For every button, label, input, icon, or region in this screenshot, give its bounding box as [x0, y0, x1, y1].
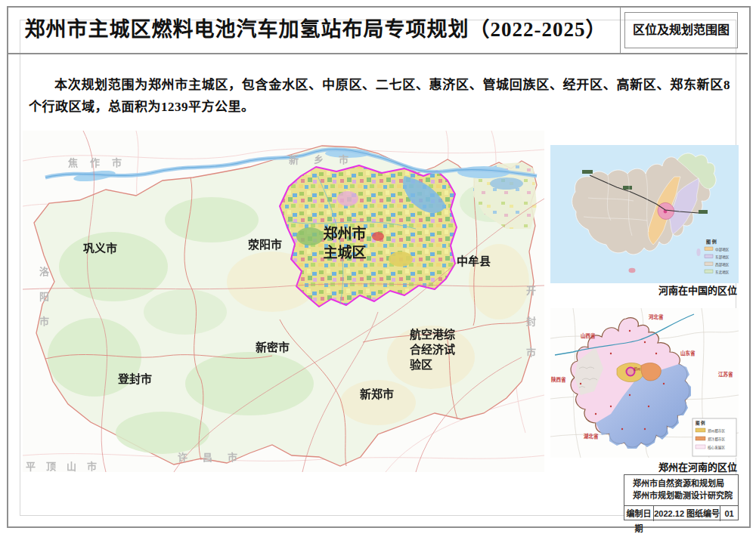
airport-zone-line2: 合经济试	[410, 342, 455, 357]
henan-legend-item: 郑汴都市区	[708, 437, 725, 442]
label-hebei: 河北省	[649, 313, 664, 320]
map-label-airport-zone: 航空港综 合经济试 验区	[410, 327, 455, 372]
map-label-jiaozuo: 焦作市	[68, 155, 134, 169]
map-label-xinzheng: 新郑市	[360, 385, 394, 401]
label-hubei: 湖北省	[584, 433, 599, 440]
title-block: 郑州市自然资源和规划局 郑州市规划勘测设计研究院 编制日期 2022.12 图纸…	[624, 474, 739, 520]
plan-scope-paragraph: 本次规划范围为郑州市主城区，包含金水区、中原区、二七区、惠济区、管城回族区、经开…	[29, 74, 730, 118]
date-value: 2022.12	[654, 509, 684, 518]
page-title: 郑州市主城区燃料电池汽车加氢站布局专项规划（2022-2025）	[23, 8, 609, 51]
airport-zone-line3: 验区	[410, 357, 455, 372]
taiwan-island	[696, 248, 700, 256]
map-label-gongyi: 巩义市	[83, 239, 117, 255]
label-shaanxi: 陕西省	[551, 376, 566, 383]
china-legend-item: 东部地区	[715, 255, 730, 260]
zhengbian-area	[641, 363, 661, 381]
urban-label-line2: 主城区	[314, 243, 376, 262]
date-label: 编制日期	[624, 506, 654, 521]
map-label-xingyang: 荥阳市	[248, 236, 282, 252]
lake	[490, 177, 523, 190]
main-map: 焦作市 新乡市 开封市 洛阳市 许昌市 平顶山市 巩义市 荥阳市 中牟县 新密市…	[23, 131, 544, 472]
route-label-box	[623, 186, 632, 190]
map-label-dengfeng: 登封市	[118, 370, 152, 386]
map-label-main-urban-area: 郑州市 主城区	[314, 224, 376, 262]
china-inset-caption: 河南在中国的区位	[550, 282, 737, 297]
henan-legend-item: 郑州都市区	[708, 428, 725, 434]
map-label-zhongmou: 中牟县	[457, 252, 491, 268]
china-inset-map: 图 例 中部地区 东部地区 西部地区 东北地区	[550, 145, 739, 283]
map-label-xinmi: 新密市	[256, 338, 290, 354]
title-block-meta: 编制日期 2022.12 图纸编号 01	[624, 506, 738, 521]
route-label-box	[699, 210, 708, 214]
henan-legend-item: 核心发展区	[708, 445, 725, 450]
hainan-island	[629, 268, 636, 273]
map-label-xuchang: 许昌市	[178, 449, 253, 464]
map-label-luoyang: 洛阳市	[36, 267, 51, 341]
route-label-box	[582, 170, 593, 174]
urban-label-line1: 郑州市	[314, 224, 376, 243]
org-name-1: 郑州市自然资源和规划局	[633, 477, 738, 489]
title-block-orgs: 郑州市自然资源和规划局 郑州市规划勘测设计研究院	[624, 475, 738, 506]
china-legend-item: 西部地区	[715, 262, 730, 267]
china-legend-item: 东北地区	[715, 270, 730, 275]
china-legend-item: 中部地区	[715, 247, 730, 252]
henan-inset-map: 郑州 河北省 山西省 山东省 江苏省 安徽省 湖北省 陕西省 图 例 郑州都市区…	[550, 308, 739, 458]
zhengzhou-city-label: 郑州	[634, 366, 641, 372]
drawing-sheet: 郑州市主城区燃料电池汽车加氢站布局专项规划（2022-2025） 区位及规划范围…	[0, 0, 756, 534]
map-label-xinxiang: 新乡市	[289, 152, 364, 166]
sheet-label: 图纸编号	[686, 509, 720, 518]
org-name-2: 郑州市规划勘测设计研究院	[633, 489, 738, 502]
date-and-sheet: 2022.12 图纸编号	[654, 506, 720, 521]
title-divider	[620, 6, 621, 53]
henan-inset-caption: 郑州在河南的区位	[550, 459, 737, 474]
china-legend-title: 图 例	[706, 239, 717, 245]
label-jiangsu: 江苏省	[718, 371, 733, 378]
main-map-canvas	[23, 131, 544, 472]
map-label-kaifeng: 开封市	[523, 286, 538, 378]
sheet-number: 01	[720, 506, 738, 521]
map-type-label: 区位及规划范围图	[624, 12, 738, 48]
label-shanxi: 山西省	[581, 332, 596, 339]
map-label-pingdingshan: 平顶山市	[26, 458, 107, 473]
henan-legend-title: 图 例	[696, 420, 705, 426]
henan-legend: 图 例 郑州都市区 郑汴都市区 核心发展区	[692, 418, 736, 456]
airport-zone-line1: 航空港综	[410, 327, 455, 342]
label-shandong: 山东省	[680, 350, 696, 357]
